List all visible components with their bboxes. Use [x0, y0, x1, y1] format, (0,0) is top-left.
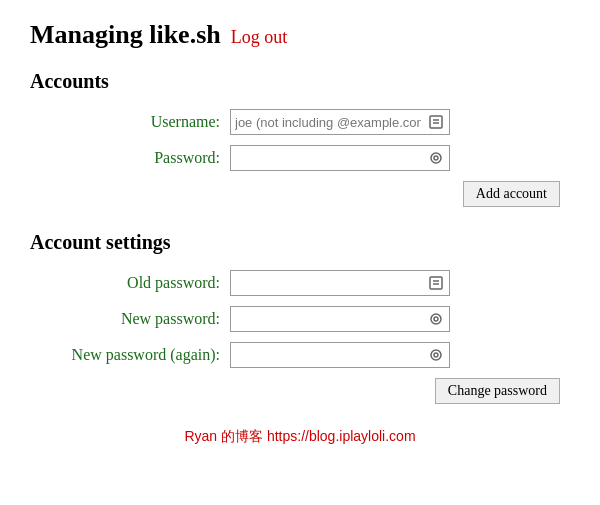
account-settings-title: Account settings — [30, 231, 570, 254]
svg-point-8 — [431, 314, 441, 324]
old-password-label: Old password: — [70, 274, 230, 292]
old-password-row: Old password: — [70, 270, 570, 296]
svg-point-10 — [431, 350, 441, 360]
new-password-input-wrapper — [230, 306, 450, 332]
password-label: Password: — [70, 149, 230, 167]
logout-link[interactable]: Log out — [231, 27, 288, 48]
page-header: Managing like.sh Log out — [30, 20, 570, 50]
password-input-wrapper — [230, 145, 450, 171]
svg-point-3 — [431, 153, 441, 163]
username-label: Username: — [70, 113, 230, 131]
change-password-button[interactable]: Change password — [435, 378, 560, 404]
username-input-wrapper — [230, 109, 450, 135]
old-password-icon — [427, 274, 445, 292]
new-password-again-icon — [427, 346, 445, 364]
page-title: Managing like.sh — [30, 20, 221, 50]
footer-text: Ryan 的博客 https://blog.iplayloli.com — [30, 428, 570, 446]
svg-point-11 — [434, 353, 438, 357]
new-password-row: New password: — [70, 306, 570, 332]
change-password-button-row: Change password — [30, 378, 570, 404]
svg-rect-0 — [430, 116, 442, 128]
new-password-label: New password: — [70, 310, 230, 328]
new-password-again-label: New password (again): — [70, 346, 230, 364]
username-row: Username: — [70, 109, 570, 135]
password-icon — [427, 149, 445, 167]
username-input[interactable] — [230, 109, 450, 135]
username-icon — [427, 113, 445, 131]
new-password-input[interactable] — [230, 306, 450, 332]
svg-rect-5 — [430, 277, 442, 289]
new-password-icon — [427, 310, 445, 328]
password-row: Password: — [70, 145, 570, 171]
new-password-again-input-wrapper — [230, 342, 450, 368]
svg-point-4 — [434, 156, 438, 160]
password-input[interactable] — [230, 145, 450, 171]
new-password-again-row: New password (again): — [70, 342, 570, 368]
account-settings-section: Account settings Old password: — [30, 231, 570, 404]
new-password-again-input[interactable] — [230, 342, 450, 368]
accounts-section-title: Accounts — [30, 70, 570, 93]
accounts-section: Accounts Username: P — [30, 70, 570, 207]
old-password-input[interactable] — [230, 270, 450, 296]
svg-point-9 — [434, 317, 438, 321]
add-account-button-row: Add account — [30, 181, 570, 207]
old-password-input-wrapper — [230, 270, 450, 296]
add-account-button[interactable]: Add account — [463, 181, 560, 207]
